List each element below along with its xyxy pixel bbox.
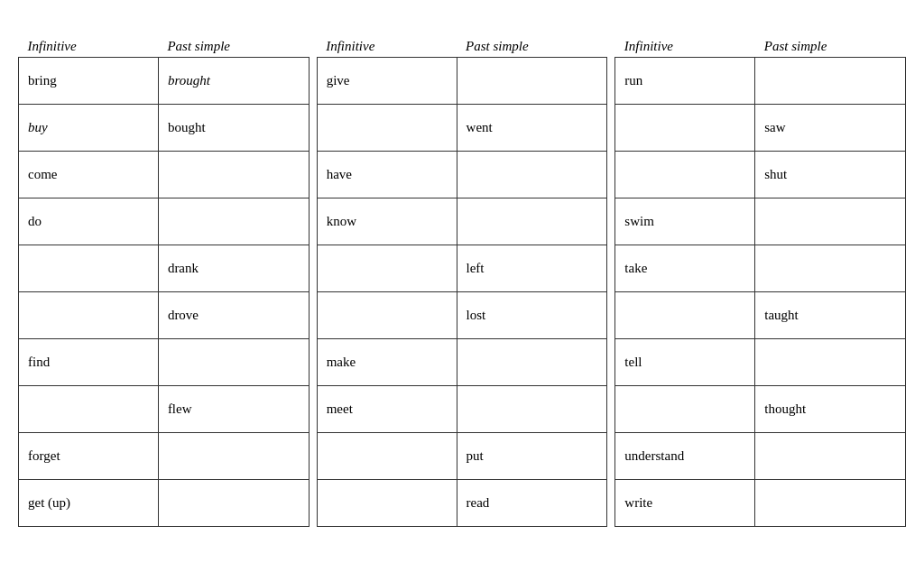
table1-row6-infinitive xyxy=(19,292,159,339)
table3-row3-past: shut xyxy=(755,152,906,198)
table1-row7-infinitive: find xyxy=(19,339,159,386)
table3-row2-infinitive xyxy=(615,105,755,152)
table-separator xyxy=(310,36,317,527)
table1-row7-past xyxy=(158,339,309,386)
table3-row7-infinitive: tell xyxy=(615,339,755,386)
table-row: come xyxy=(19,152,310,198)
table3-row1-infinitive: run xyxy=(615,58,755,105)
table2-row10-past: read xyxy=(457,480,607,527)
table1-row2-past: bought xyxy=(158,105,309,152)
table1-row3-infinitive: come xyxy=(19,152,159,198)
table1-row4-infinitive: do xyxy=(19,198,159,245)
table-row: make xyxy=(317,339,607,386)
table-row: flew xyxy=(19,386,310,433)
table-row: have xyxy=(317,152,607,198)
table-row: taught xyxy=(615,292,906,339)
table2-row1-infinitive: give xyxy=(317,58,457,105)
verb-table-2: InfinitivePast simplegivewenthaveknowlef… xyxy=(317,36,608,527)
table1-header-2: Past simple xyxy=(158,36,309,58)
table2-row5-infinitive xyxy=(317,245,457,292)
table1-row6-past: drove xyxy=(158,292,309,339)
table2-row4-past xyxy=(457,198,607,245)
table-row: put xyxy=(317,433,607,480)
table1-row5-infinitive xyxy=(19,245,159,292)
table-row: buybought xyxy=(19,105,310,152)
table1-row1-infinitive: bring xyxy=(19,58,159,105)
table2-header-1: Infinitive xyxy=(317,36,457,58)
table2-row4-infinitive: know xyxy=(317,198,457,245)
table2-row8-past xyxy=(457,386,607,433)
table-row: meet xyxy=(317,386,607,433)
table1-row8-infinitive xyxy=(19,386,159,433)
verb-table-3: InfinitivePast simplerunsawshutswimtaket… xyxy=(614,36,906,527)
table2-row10-infinitive xyxy=(317,480,457,527)
table2-row3-infinitive: have xyxy=(317,152,457,198)
table-row: do xyxy=(19,198,310,245)
table3-header-2: Past simple xyxy=(755,36,906,58)
table-row: forget xyxy=(19,433,310,480)
table3-row5-past xyxy=(755,245,906,292)
table2-row3-past xyxy=(457,152,607,198)
table2-header-2: Past simple xyxy=(457,36,607,58)
table-row: drove xyxy=(19,292,310,339)
table-row: bringbrought xyxy=(19,58,310,105)
verb-table-1: InfinitivePast simplebringbroughtbuyboug… xyxy=(18,36,310,527)
table1-row9-past xyxy=(158,433,309,480)
table2-row1-past xyxy=(457,58,607,105)
table3-row1-past xyxy=(755,58,906,105)
table3-row8-past: thought xyxy=(755,386,906,433)
table3-row7-past xyxy=(755,339,906,386)
table1-row4-past xyxy=(158,198,309,245)
table3-row10-past xyxy=(755,480,906,527)
table-row: take xyxy=(615,245,906,292)
table1-row10-past xyxy=(158,480,309,527)
table2-row6-past: lost xyxy=(457,292,607,339)
table2-row9-past: put xyxy=(457,433,607,480)
table-row: drank xyxy=(19,245,310,292)
table-row: give xyxy=(317,58,607,105)
table-row: write xyxy=(615,480,906,527)
table3-row2-past: saw xyxy=(755,105,906,152)
table-row: tell xyxy=(615,339,906,386)
table1-row1-past: brought xyxy=(158,58,309,105)
table-row: get (up) xyxy=(19,480,310,527)
table-row: thought xyxy=(615,386,906,433)
table2-row6-infinitive xyxy=(317,292,457,339)
table2-row2-past: went xyxy=(457,105,607,152)
table3-row9-infinitive: understand xyxy=(615,433,755,480)
tables-wrapper: InfinitivePast simplebringbroughtbuyboug… xyxy=(18,36,906,527)
table-row: shut xyxy=(615,152,906,198)
table3-row4-past xyxy=(755,198,906,245)
table-row: left xyxy=(317,245,607,292)
table-row: know xyxy=(317,198,607,245)
table1-header-1: Infinitive xyxy=(19,36,159,58)
table3-row8-infinitive xyxy=(615,386,755,433)
table-separator xyxy=(607,36,614,527)
table1-row10-infinitive: get (up) xyxy=(19,480,159,527)
table-row: swim xyxy=(615,198,906,245)
table3-row10-infinitive: write xyxy=(615,480,755,527)
table2-row2-infinitive xyxy=(317,105,457,152)
table2-row7-past xyxy=(457,339,607,386)
table2-row5-past: left xyxy=(457,245,607,292)
table3-row6-past: taught xyxy=(755,292,906,339)
table3-row5-infinitive: take xyxy=(615,245,755,292)
table-row: find xyxy=(19,339,310,386)
table1-row3-past xyxy=(158,152,309,198)
page-container: InfinitivePast simplebringbroughtbuyboug… xyxy=(0,27,924,536)
table-row: read xyxy=(317,480,607,527)
table1-row2-infinitive: buy xyxy=(19,105,159,152)
table-row: went xyxy=(317,105,607,152)
table2-row9-infinitive xyxy=(317,433,457,480)
table-row: run xyxy=(615,58,906,105)
table3-row9-past xyxy=(755,433,906,480)
table-row: lost xyxy=(317,292,607,339)
table-row: saw xyxy=(615,105,906,152)
table-row: understand xyxy=(615,433,906,480)
table1-row8-past: flew xyxy=(158,386,309,433)
table3-row3-infinitive xyxy=(615,152,755,198)
table3-header-1: Infinitive xyxy=(615,36,755,58)
table1-row9-infinitive: forget xyxy=(19,433,159,480)
table1-row5-past: drank xyxy=(158,245,309,292)
table3-row6-infinitive xyxy=(615,292,755,339)
